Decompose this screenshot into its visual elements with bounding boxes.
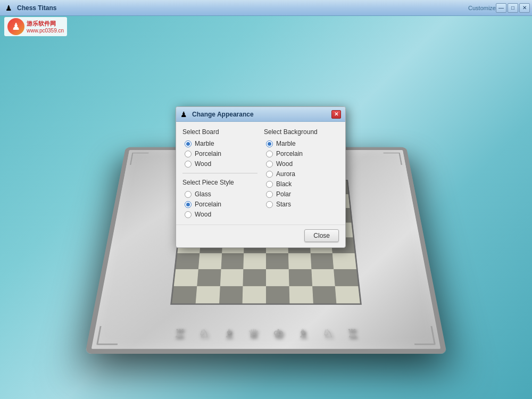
bg-marble-label: Marble bbox=[276, 140, 296, 147]
board-cell bbox=[220, 269, 243, 286]
board-cell bbox=[310, 253, 334, 269]
white-piece: ♖ bbox=[173, 327, 186, 340]
piece-porcelain-label: Porcelain bbox=[195, 201, 221, 208]
close-window-button[interactable]: ✕ bbox=[519, 3, 530, 13]
select-board-title: Select Board bbox=[182, 128, 257, 136]
board-marble-option[interactable]: Marble bbox=[185, 140, 257, 147]
dialog-left-column: Select Board Marble Porcelain Woo bbox=[182, 128, 257, 218]
board-wood-label: Wood bbox=[195, 160, 211, 168]
bg-marble-dot bbox=[268, 142, 271, 146]
white-piece: ♗ bbox=[297, 327, 309, 340]
board-wood-radio[interactable] bbox=[185, 161, 192, 168]
board-cell bbox=[176, 253, 200, 269]
select-piece-style-title: Select Piece Style bbox=[182, 179, 257, 186]
bg-aurora-label: Aurora bbox=[276, 170, 295, 178]
dialog-icon: ♟ bbox=[180, 110, 189, 119]
dialog-title: Change Appearance bbox=[192, 111, 331, 118]
bg-marble-radio[interactable] bbox=[266, 140, 273, 147]
board-cell bbox=[332, 253, 356, 269]
piece-wood-radio[interactable] bbox=[185, 211, 192, 218]
bg-aurora-option[interactable]: Aurora bbox=[266, 170, 339, 178]
app-subtitle: Customize bbox=[468, 5, 496, 11]
board-cell bbox=[197, 269, 221, 286]
piece-style-radio-group: Glass Porcelain Wood bbox=[185, 190, 257, 218]
corner-decoration-br bbox=[412, 326, 436, 345]
piece-porcelain-option[interactable]: Porcelain bbox=[185, 201, 257, 208]
bg-marble-option[interactable]: Marble bbox=[266, 140, 339, 147]
piece-porcelain-dot bbox=[186, 203, 190, 206]
board-cell bbox=[311, 269, 335, 286]
piece-wood-label: Wood bbox=[195, 211, 211, 218]
board-marble-radio[interactable] bbox=[185, 140, 192, 147]
piece-glass-radio[interactable] bbox=[185, 191, 192, 198]
board-cell bbox=[198, 253, 222, 269]
piece-glass-label: Glass bbox=[195, 190, 211, 198]
dialog-title-bar: ♟ Change Appearance ✕ bbox=[176, 107, 345, 122]
background-radio-group: Marble Porcelain Wood Aurora bbox=[266, 140, 339, 208]
bg-polar-label: Polar bbox=[276, 190, 291, 198]
board-cell bbox=[288, 253, 311, 269]
board-cell bbox=[288, 269, 312, 286]
board-cell bbox=[266, 269, 289, 286]
window-controls: — □ ✕ bbox=[496, 3, 530, 13]
dialog-footer: Close bbox=[176, 225, 345, 247]
dialog-right-column: Select Background Marble Porcelain bbox=[264, 128, 339, 218]
white-piece: ♔ bbox=[272, 327, 284, 340]
bg-black-option[interactable]: Black bbox=[266, 180, 339, 188]
app-title: Chess Titans bbox=[17, 4, 466, 12]
board-cell bbox=[174, 269, 198, 286]
select-background-title: Select Background bbox=[264, 128, 339, 136]
title-bar: ♟ Chess Titans Customize — □ ✕ bbox=[0, 0, 532, 16]
piece-porcelain-radio[interactable] bbox=[185, 201, 192, 208]
change-appearance-dialog: ♟ Change Appearance ✕ Select Board Marbl… bbox=[176, 106, 346, 248]
watermark-text2: www.pc0359.cn bbox=[27, 28, 64, 34]
board-cell bbox=[266, 253, 288, 269]
bg-polar-option[interactable]: Polar bbox=[266, 190, 339, 198]
piece-glass-option[interactable]: Glass bbox=[185, 190, 257, 198]
bg-wood-radio[interactable] bbox=[266, 161, 273, 168]
board-cell bbox=[312, 286, 337, 303]
board-wood-option[interactable]: Wood bbox=[185, 160, 257, 168]
board-cell bbox=[172, 286, 197, 303]
board-porcelain-radio[interactable] bbox=[185, 151, 192, 157]
close-dialog-button[interactable]: Close bbox=[304, 229, 339, 242]
bg-aurora-radio[interactable] bbox=[266, 171, 273, 178]
board-cell bbox=[335, 286, 360, 303]
bg-polar-radio[interactable] bbox=[266, 191, 273, 198]
corner-decoration-bl bbox=[96, 326, 120, 345]
bg-black-radio[interactable] bbox=[266, 181, 273, 188]
dialog-close-x-button[interactable]: ✕ bbox=[331, 110, 341, 119]
left-divider bbox=[182, 173, 257, 173]
bg-wood-label: Wood bbox=[276, 160, 293, 168]
board-radio-group: Marble Porcelain Wood bbox=[185, 140, 257, 168]
bg-porcelain-radio[interactable] bbox=[266, 151, 273, 157]
board-cell bbox=[266, 286, 289, 303]
corner-decoration-tl bbox=[130, 153, 149, 165]
corner-decoration-tr bbox=[383, 153, 402, 165]
board-marble-label: Marble bbox=[195, 140, 214, 147]
white-piece: ♕ bbox=[248, 327, 260, 340]
dialog-body: Select Board Marble Porcelain Woo bbox=[176, 122, 345, 225]
bg-wood-option[interactable]: Wood bbox=[266, 160, 339, 168]
board-cell bbox=[243, 269, 266, 286]
board-cell bbox=[221, 253, 244, 269]
piece-wood-option[interactable]: Wood bbox=[185, 211, 257, 218]
watermark: ♟ 游乐软件网 www.pc0359.cn bbox=[4, 17, 67, 36]
white-piece: ♘ bbox=[198, 327, 210, 340]
bg-black-label: Black bbox=[276, 180, 292, 188]
white-piece: ♗ bbox=[223, 327, 235, 340]
maximize-button[interactable]: □ bbox=[508, 3, 518, 13]
board-cell bbox=[243, 286, 266, 303]
watermark-logo: ♟ bbox=[7, 18, 24, 35]
board-cell bbox=[195, 286, 220, 303]
white-piece: ♖ bbox=[346, 327, 359, 340]
bg-stars-option[interactable]: Stars bbox=[266, 201, 339, 208]
bg-stars-radio[interactable] bbox=[266, 201, 273, 208]
board-porcelain-option[interactable]: Porcelain bbox=[185, 150, 257, 157]
board-porcelain-label: Porcelain bbox=[195, 150, 221, 157]
watermark-text1: 游乐软件网 bbox=[27, 20, 64, 28]
minimize-button[interactable]: — bbox=[496, 3, 506, 13]
bg-porcelain-option[interactable]: Porcelain bbox=[266, 150, 339, 157]
bg-stars-label: Stars bbox=[276, 201, 291, 208]
white-piece: ♘ bbox=[322, 327, 334, 340]
